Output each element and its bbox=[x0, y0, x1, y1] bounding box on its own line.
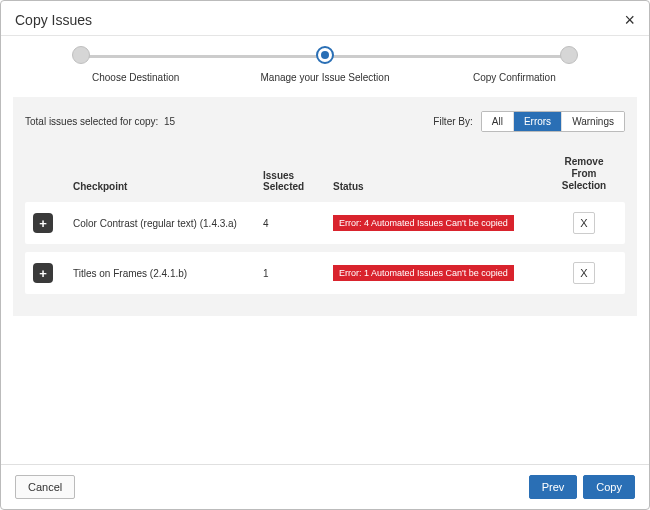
step-label-3: Copy Confirmation bbox=[420, 72, 609, 83]
step-label-1: Choose Destination bbox=[41, 72, 230, 83]
filter-group: Filter By: All Errors Warnings bbox=[433, 111, 625, 132]
step-labels: Choose Destination Manage your Issue Sel… bbox=[41, 72, 609, 83]
row-expand-cell: + bbox=[33, 213, 73, 233]
row-expand-cell: + bbox=[33, 263, 73, 283]
plus-icon: + bbox=[39, 267, 47, 280]
table-row: + Color Contrast (regular text) (1.4.3.a… bbox=[25, 202, 625, 244]
error-badge: Error: 1 Automated Issues Can't be copie… bbox=[333, 265, 514, 281]
row-issues-selected: 4 bbox=[263, 218, 333, 229]
step-label-2: Manage your Issue Selection bbox=[230, 72, 419, 83]
expand-button[interactable]: + bbox=[33, 263, 53, 283]
col-checkpoint-header: Checkpoint bbox=[73, 181, 263, 192]
stepper: Choose Destination Manage your Issue Sel… bbox=[1, 36, 649, 91]
remove-icon: X bbox=[580, 218, 587, 229]
dialog-header: Copy Issues × bbox=[1, 1, 649, 36]
dialog-title: Copy Issues bbox=[15, 12, 92, 28]
row-status: Error: 1 Automated Issues Can't be copie… bbox=[333, 265, 551, 281]
copy-button[interactable]: Copy bbox=[583, 475, 635, 499]
table-header: Checkpoint Issues Selected Status Remove… bbox=[25, 150, 625, 202]
close-icon[interactable]: × bbox=[624, 11, 635, 29]
row-issues-selected: 1 bbox=[263, 268, 333, 279]
expand-button[interactable]: + bbox=[33, 213, 53, 233]
total-selected-count: 15 bbox=[164, 116, 175, 127]
total-selected: Total issues selected for copy: 15 bbox=[25, 116, 175, 127]
prev-button[interactable]: Prev bbox=[529, 475, 578, 499]
cancel-button[interactable]: Cancel bbox=[15, 475, 75, 499]
col-issues-header: Issues Selected bbox=[263, 170, 333, 192]
footer-right: Prev Copy bbox=[529, 475, 635, 499]
row-checkpoint: Color Contrast (regular text) (1.4.3.a) bbox=[73, 218, 263, 229]
step-node-3 bbox=[560, 46, 578, 64]
plus-icon: + bbox=[39, 217, 47, 230]
total-selected-label: Total issues selected for copy: bbox=[25, 116, 158, 127]
content-panel: Total issues selected for copy: 15 Filte… bbox=[13, 97, 637, 316]
step-node-1 bbox=[72, 46, 90, 64]
col-status-header: Status bbox=[333, 181, 551, 192]
filter-errors-button[interactable]: Errors bbox=[514, 112, 562, 131]
error-badge: Error: 4 Automated Issues Can't be copie… bbox=[333, 215, 514, 231]
dialog-footer: Cancel Prev Copy bbox=[1, 464, 649, 509]
filter-label: Filter By: bbox=[433, 116, 472, 127]
step-node-2 bbox=[316, 46, 334, 64]
stepper-track bbox=[81, 46, 569, 66]
row-remove-cell: X bbox=[551, 262, 617, 284]
row-remove-cell: X bbox=[551, 212, 617, 234]
remove-button[interactable]: X bbox=[573, 212, 595, 234]
remove-button[interactable]: X bbox=[573, 262, 595, 284]
remove-icon: X bbox=[580, 268, 587, 279]
table-row: + Titles on Frames (2.4.1.b) 1 Error: 1 … bbox=[25, 252, 625, 294]
filter-warnings-button[interactable]: Warnings bbox=[562, 112, 624, 131]
row-status: Error: 4 Automated Issues Can't be copie… bbox=[333, 215, 551, 231]
panel-top: Total issues selected for copy: 15 Filte… bbox=[25, 111, 625, 132]
filter-segmented: All Errors Warnings bbox=[481, 111, 625, 132]
copy-issues-dialog: Copy Issues × Choose Destination Manage … bbox=[0, 0, 650, 510]
filter-all-button[interactable]: All bbox=[482, 112, 514, 131]
row-checkpoint: Titles on Frames (2.4.1.b) bbox=[73, 268, 263, 279]
col-remove-header: Remove From Selection bbox=[551, 156, 617, 192]
